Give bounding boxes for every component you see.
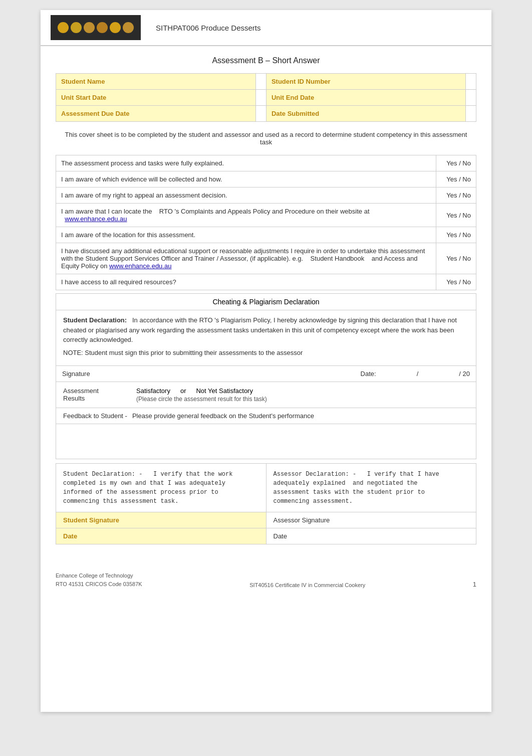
satisfactory-label: Satisfactory (136, 387, 170, 395)
student-id-value (466, 74, 476, 90)
declaration-text: Student Declaration: In accordance with … (63, 315, 469, 345)
logo-dot-6 (123, 22, 134, 33)
checklist-yesno-2: Yes / No (436, 187, 476, 204)
results-label-line1: Assessment (63, 387, 128, 395)
declaration-block: Student Declaration: In accordance with … (56, 310, 476, 366)
date-slash1 (380, 370, 413, 377)
header-title: SITHPAT006 Produce Desserts (156, 24, 261, 32)
circle-note: (Please circle the assessment result for… (136, 396, 469, 403)
feedback-label: Feedback to Student - (63, 412, 127, 420)
info-grid: Student Name Student ID Number Unit Star… (56, 73, 476, 122)
checklist-text-1: I am aware of which evidence will be col… (56, 171, 436, 187)
logo-dot-2 (71, 22, 82, 33)
date-separator1: / (417, 370, 419, 377)
assessor-signature-cell: Assessor Signature (266, 512, 477, 528)
student-id-label: Student ID Number (266, 74, 465, 90)
student-date-label: Date (63, 532, 77, 540)
logo-dot-1 (58, 22, 69, 33)
footer-page: 1 (473, 581, 476, 588)
student-signature-cell: Student Signature (56, 512, 266, 528)
unit-end-value (466, 90, 476, 106)
logo-dot-3 (84, 22, 95, 33)
logo (51, 15, 141, 40)
date-year: / 20 (459, 370, 470, 377)
info-row-2: Unit Start Date Unit End Date (56, 90, 476, 106)
results-options: Satisfactory or Not Yet Satisfactory (Pl… (136, 387, 469, 403)
date-submitted-label: Date Submitted (266, 106, 465, 122)
footer-rto: RTO 41531 CRICOS Code 03587K (56, 580, 142, 589)
date-cell: Date: / / 20 (266, 366, 476, 382)
unit-end-label: Unit End Date (266, 90, 465, 106)
student-declaration-block: Student Declaration: - I verify that the… (56, 463, 266, 512)
checklist-table: The assessment process and tasks were fu… (56, 155, 476, 290)
declaration-note: NOTE: Student must sign this prior to su… (63, 348, 469, 358)
or-label: or (180, 387, 186, 395)
date-label: Date: (361, 370, 376, 377)
website-link-2: www.enhance.edu.au (109, 262, 171, 270)
student-signature-label: Student Signature (63, 516, 119, 524)
checklist-row-0: The assessment process and tasks were fu… (56, 155, 476, 171)
signature-row: Signature Date: / / 20 (56, 366, 476, 382)
footer-college: Enhance College of Technology (56, 572, 142, 580)
checklist-text-4: I am aware of the location for this asse… (56, 227, 436, 243)
checklist-row-5: I have discussed any additional educatio… (56, 243, 476, 274)
checklist-yesno-0: Yes / No (436, 155, 476, 171)
assessor-signature-label: Assessor Signature (274, 516, 330, 524)
info-row-3: Assessment Due Date Date Submitted (56, 106, 476, 122)
checklist-yesno-5: Yes / No (436, 243, 476, 274)
checklist-row-2: I am aware of my right to appeal an asse… (56, 187, 476, 204)
checklist-row-4: I am aware of the location for this asse… (56, 227, 476, 243)
page: SITHPAT006 Produce Desserts Assessment B… (41, 10, 491, 712)
checklist-text-3: I am aware that I can locate the RTO 's … (56, 204, 436, 227)
student-name-label: Student Name (56, 74, 256, 90)
checklist-text-5: I have discussed any additional educatio… (56, 243, 436, 274)
checklist-text-2: I am aware of my right to appeal an asse… (56, 187, 436, 204)
not-satisfactory-label: Not Yet Satisfactory (196, 387, 252, 395)
plagiarism-heading: Cheating & Plagiarism Declaration (56, 293, 476, 310)
bottom-declarations: Student Declaration: - I verify that the… (56, 463, 476, 512)
checklist-yesno-6: Yes / No (436, 274, 476, 290)
signature-label: Signature (62, 370, 90, 377)
checklist-yesno-3: Yes / No (436, 204, 476, 227)
results-label-line2: Results (63, 395, 128, 402)
results-inner: Assessment Results Satisfactory or Not Y… (63, 387, 469, 403)
assessor-declaration-block: Assessor Declaration: - I verify that I … (266, 463, 477, 512)
student-decl-text: Student Declaration: - I verify that the… (63, 471, 232, 505)
unit-start-value (255, 90, 266, 106)
checklist-row-6: I have access to all required resources?… (56, 274, 476, 290)
results-label: Assessment Results (63, 387, 128, 402)
logo-dot-5 (110, 22, 121, 33)
date-separator2 (422, 370, 455, 377)
header: SITHPAT006 Produce Desserts (41, 10, 491, 46)
assessor-date-label: Date (274, 532, 287, 540)
assessment-results-row: Assessment Results Satisfactory or Not Y… (56, 382, 476, 408)
unit-start-label: Unit Start Date (56, 90, 256, 106)
date-submitted-value (466, 106, 476, 122)
feedback-row: Feedback to Student - Please provide gen… (56, 408, 476, 424)
checklist-row-3: I am aware that I can locate the RTO 's … (56, 204, 476, 227)
cover-notice: This cover sheet is to be completed by t… (56, 128, 476, 149)
due-date-label: Assessment Due Date (56, 106, 256, 122)
footer-center: SIT40516 Certificate IV in Commercial Co… (249, 582, 365, 588)
checklist-text-0: The assessment process and tasks were fu… (56, 155, 436, 171)
main-content: Assessment B – Short Answer Student Name… (41, 46, 491, 554)
sig-highlight-row: Student Signature Assessor Signature (56, 512, 476, 528)
student-date-cell: Date (56, 528, 266, 544)
info-row-1: Student Name Student ID Number (56, 74, 476, 90)
logo-dot-4 (97, 22, 108, 33)
footer-left: Enhance College of Technology RTO 41531 … (56, 572, 142, 588)
feedback-text: Please provide general feedback on the S… (132, 412, 314, 420)
date-highlight-row: Date Date (56, 528, 476, 544)
logo-dots (58, 22, 134, 33)
footer: Enhance College of Technology RTO 41531 … (41, 564, 491, 588)
signature-cell: Signature (56, 366, 266, 382)
assessment-title: Assessment B – Short Answer (56, 56, 476, 65)
assessor-decl-text: Assessor Declaration: - I verify that I … (274, 471, 439, 505)
checklist-yesno-1: Yes / No (436, 171, 476, 187)
checklist-yesno-4: Yes / No (436, 227, 476, 243)
website-link: www.enhance.edu.au (65, 215, 127, 223)
checklist-row-1: I am aware of which evidence will be col… (56, 171, 476, 187)
options-line: Satisfactory or Not Yet Satisfactory (136, 387, 469, 395)
assessor-date-cell: Date (266, 528, 477, 544)
declaration-label: Student Declaration: (63, 316, 127, 324)
